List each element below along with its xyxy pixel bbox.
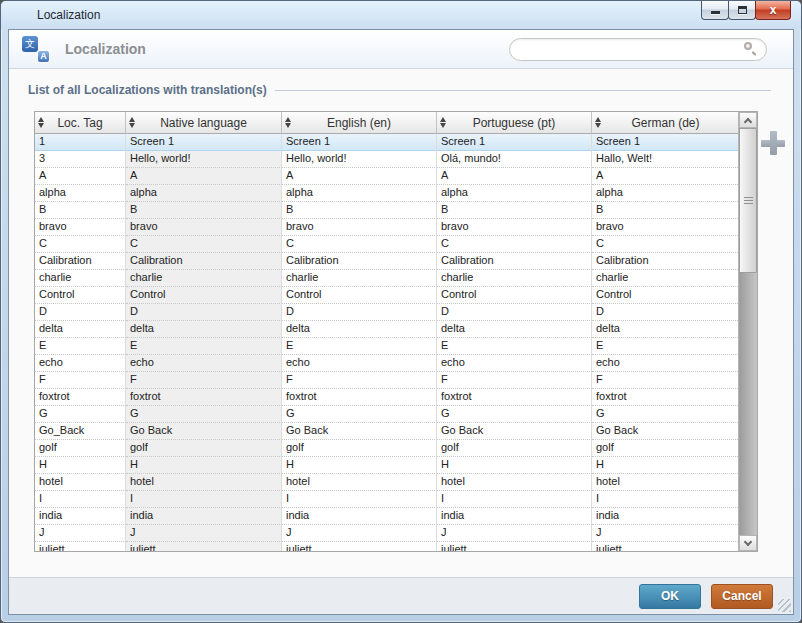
table-row[interactable]: deltadeltadeltadeltadelta [35,321,757,338]
column-header-label: English (en) [327,116,391,130]
table-row[interactable]: BBBBB [35,202,757,219]
cell: bravo [437,219,592,236]
table-row[interactable]: charliecharliecharliecharliecharlie [35,270,757,287]
cell: C [35,236,126,253]
vertical-scrollbar[interactable] [738,112,757,551]
cell: Screen 1 [282,134,437,151]
cell: india [35,508,126,525]
cell: india [592,508,740,525]
cell: golf [35,440,126,457]
cell: golf [126,440,282,457]
cell: golf [592,440,740,457]
cell: Calibration [35,253,126,270]
cell: J [592,525,740,542]
maximize-button[interactable] [728,1,756,20]
cell: A [35,168,126,185]
cell: E [282,338,437,355]
chevron-up-icon [744,118,752,126]
cell: echo [35,355,126,372]
cell: J [35,525,126,542]
table-row[interactable]: 3Hello, world!Hello, world!Olá, mundo!Ha… [35,151,757,168]
table-row[interactable]: GGGGG [35,406,757,423]
cell: hotel [126,474,282,491]
column-header-label: Loc. Tag [57,116,102,130]
table-row[interactable]: HHHHH [35,457,757,474]
cell: Hello, world! [126,151,282,168]
scroll-up-button[interactable] [739,112,757,128]
cell: india [126,508,282,525]
chevron-down-icon [744,538,752,546]
cell: I [437,491,592,508]
cell: F [35,372,126,389]
table-row[interactable]: foxtrotfoxtrotfoxtrotfoxtrotfoxtrot [35,389,757,406]
ok-button[interactable]: OK [639,584,701,609]
cell: golf [282,440,437,457]
table-row[interactable]: CCCCC [35,236,757,253]
cell: delta [592,321,740,338]
cell: A [437,168,592,185]
cell: hotel [592,474,740,491]
close-button[interactable]: x [755,1,791,20]
table-row[interactable]: echoechoechoechoecho [35,355,757,372]
table-row[interactable]: AAAAA [35,168,757,185]
cell: charlie [282,270,437,287]
dialog-footer: OK Cancel [9,577,793,614]
cell: F [282,372,437,389]
cell: 3 [35,151,126,168]
cell: bravo [282,219,437,236]
table-row[interactable]: DDDDD [35,304,757,321]
minimize-icon [711,11,720,14]
cell: F [126,372,282,389]
column-header-german-de[interactable]: German (de) [592,112,740,134]
table-row[interactable]: hotelhotelhotelhotelhotel [35,474,757,491]
cell: juliett [437,542,592,552]
table-row[interactable]: alphaalphaalphaalphaalpha [35,185,757,202]
table-row[interactable]: bravobravobravobravobravo [35,219,757,236]
table-row[interactable]: CalibrationCalibrationCalibrationCalibra… [35,253,757,270]
column-header-english-en[interactable]: English (en) [282,112,437,134]
table-row[interactable]: IIIII [35,491,757,508]
search-input[interactable] [509,38,767,61]
cell: Control [35,287,126,304]
dialog-body: List of all Localizations with translati… [9,69,793,577]
cell: Go Back [126,423,282,440]
cell: alpha [592,185,740,202]
cancel-button[interactable]: Cancel [711,584,773,609]
title-bar[interactable]: Localization x [1,1,801,29]
table-row[interactable]: JJJJJ [35,525,757,542]
column-header-portuguese-pt[interactable]: Portuguese (pt) [437,112,592,134]
table-row[interactable]: indiaindiaindiaindiaindia [35,508,757,525]
table-row[interactable]: golfgolfgolfgolfgolf [35,440,757,457]
column-header-native-language[interactable]: Native language [126,112,282,134]
cell: bravo [592,219,740,236]
cell: juliett [35,542,126,552]
table-row[interactable]: juliettjuliettjuliettjuliettjuliett [35,542,757,552]
table-row[interactable]: EEEEE [35,338,757,355]
cell: Control [282,287,437,304]
cell: delta [126,321,282,338]
cell: Go_Back [35,423,126,440]
resize-grip[interactable] [778,599,791,612]
table-row[interactable]: Go_BackGo BackGo BackGo BackGo Back [35,423,757,440]
cell: charlie [437,270,592,287]
table-row[interactable]: ControlControlControlControlControl [35,287,757,304]
cell: Screen 1 [592,134,740,151]
table-row[interactable]: 1Screen 1Screen 1Screen 1Screen 1 [35,134,757,151]
minimize-button[interactable] [701,1,729,20]
cell: Go Back [282,423,437,440]
cell: B [126,202,282,219]
magnifier-icon [744,42,758,56]
table-row[interactable]: FFFFF [35,372,757,389]
cell: H [126,457,282,474]
column-header-loc-tag[interactable]: Loc. Tag [35,112,126,134]
cell: H [35,457,126,474]
cell: A [592,168,740,185]
add-translation-button[interactable] [761,131,785,155]
column-header-label: Portuguese (pt) [473,116,556,130]
cell: juliett [592,542,740,552]
scrollbar-thumb[interactable] [739,128,757,273]
page-title: Localization [65,41,146,57]
scroll-down-button[interactable] [739,535,757,551]
cell: G [437,406,592,423]
cell: C [592,236,740,253]
